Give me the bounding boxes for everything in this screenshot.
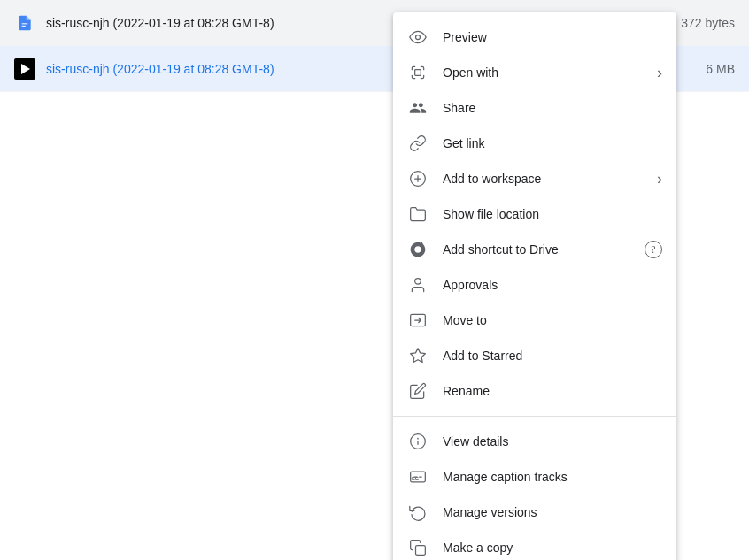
menu-item-add-starred[interactable]: Add to Starred: [393, 338, 676, 373]
doc-icon: [14, 12, 35, 34]
context-menu: Preview Open with › Share: [393, 12, 676, 560]
menu-label-open-with: Open with: [443, 65, 657, 80]
svg-marker-8: [411, 349, 426, 363]
menu-item-share[interactable]: Share: [393, 90, 676, 126]
menu-label-share: Share: [443, 101, 662, 115]
svg-rect-14: [416, 546, 426, 556]
info-icon: [407, 431, 429, 452]
menu-label-add-starred: Add to Starred: [443, 349, 662, 363]
menu-label-manage-versions: Manage versions: [443, 505, 662, 519]
menu-item-manage-versions[interactable]: Manage versions: [393, 495, 676, 530]
copy-icon: [407, 537, 429, 558]
svg-point-6: [415, 279, 421, 285]
video-icon: [14, 58, 35, 80]
svg-point-0: [416, 35, 421, 40]
menu-label-show-location: Show file location: [443, 207, 662, 221]
shortcut-icon: [407, 239, 429, 260]
menu-label-add-shortcut: Add shortcut to Drive: [443, 242, 645, 257]
menu-label-preview: Preview: [443, 30, 662, 44]
help-icon[interactable]: ?: [645, 241, 662, 258]
move-icon: [407, 310, 429, 331]
menu-divider-1: [393, 416, 676, 417]
link-icon: [407, 133, 429, 154]
star-icon: [407, 345, 429, 366]
menu-item-move-to[interactable]: Move to: [393, 303, 676, 338]
menu-label-add-workspace: Add to workspace: [443, 172, 657, 186]
versions-icon: [407, 502, 429, 523]
menu-item-open-with[interactable]: Open with ›: [393, 55, 676, 90]
add-workspace-icon: [407, 168, 429, 189]
menu-item-get-link[interactable]: Get link: [393, 126, 676, 161]
menu-label-get-link: Get link: [443, 136, 662, 150]
captions-icon: CC: [407, 466, 429, 487]
menu-item-manage-captions[interactable]: CC Manage caption tracks: [393, 459, 676, 495]
rename-icon: [407, 380, 429, 402]
open-with-icon: [407, 62, 429, 83]
menu-item-add-shortcut[interactable]: Add shortcut to Drive ?: [393, 232, 676, 267]
menu-label-make-copy: Make a copy: [443, 541, 662, 555]
eye-icon: [407, 27, 429, 48]
menu-item-make-copy[interactable]: Make a copy: [393, 530, 676, 560]
menu-item-approvals[interactable]: Approvals: [393, 267, 676, 303]
menu-item-view-details[interactable]: View details: [393, 424, 676, 459]
menu-item-show-location[interactable]: Show file location: [393, 196, 676, 232]
menu-label-approvals: Approvals: [443, 278, 662, 292]
approvals-icon: [407, 274, 429, 295]
arrow-icon-workspace: ›: [657, 170, 662, 188]
menu-label-view-details: View details: [443, 434, 662, 449]
folder-icon: [407, 203, 429, 225]
arrow-icon-open-with: ›: [657, 64, 662, 82]
menu-label-manage-captions: Manage caption tracks: [443, 470, 662, 484]
menu-item-rename[interactable]: Rename: [393, 373, 676, 409]
menu-item-add-workspace[interactable]: Add to workspace ›: [393, 161, 676, 196]
svg-rect-1: [415, 70, 421, 76]
menu-label-rename: Rename: [443, 384, 662, 398]
svg-text:CC: CC: [412, 476, 420, 481]
menu-item-preview[interactable]: Preview: [393, 19, 676, 55]
share-icon: [407, 97, 429, 119]
menu-label-move-to: Move to: [443, 313, 662, 327]
